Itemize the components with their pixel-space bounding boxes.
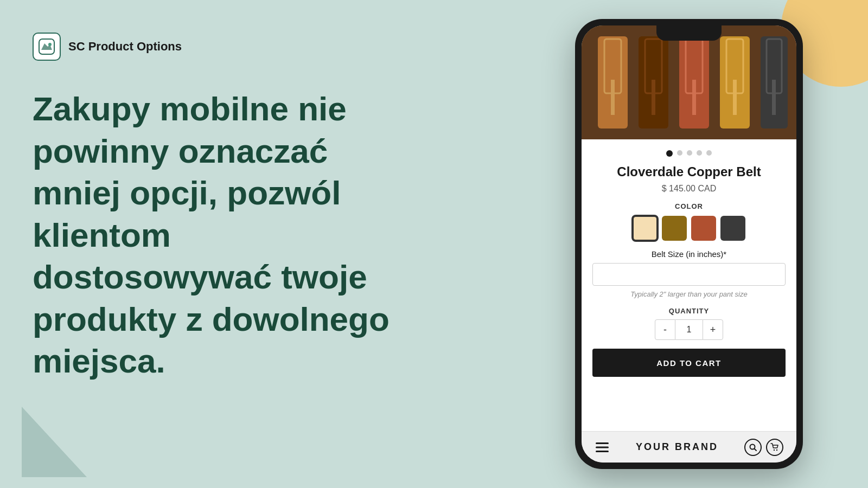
svg-rect-15 — [733, 80, 737, 115]
headline-text: Zakupy mobilne nie powinny oznaczać mnie… — [33, 88, 412, 382]
deco-triangle — [22, 407, 87, 477]
logo-text: SC Product Options — [68, 40, 182, 54]
svg-rect-12 — [692, 80, 696, 115]
belts-visual — [582, 25, 796, 139]
svg-line-23 — [754, 448, 756, 451]
cart-icon[interactable] — [766, 439, 783, 456]
bottom-nav: YOUR BRAND — [582, 431, 796, 463]
logo-row: SC Product Options — [33, 33, 412, 61]
phone-mockup: Cloverdale Copper Belt $ 145.00 CAD COLO… — [575, 19, 803, 469]
left-panel: SC Product Options Zakupy mobilne nie po… — [33, 33, 412, 382]
dot-4[interactable] — [697, 150, 702, 156]
swatch-tan[interactable] — [662, 216, 687, 241]
search-icon[interactable] — [744, 439, 762, 456]
product-image — [582, 25, 796, 139]
svg-rect-21 — [596, 451, 609, 452]
nav-icons-right — [744, 439, 783, 456]
dot-1[interactable] — [666, 150, 673, 157]
color-swatches — [592, 216, 786, 241]
quantity-label: QUANTITY — [592, 307, 786, 315]
color-label: COLOR — [592, 202, 786, 210]
quantity-minus-button[interactable]: - — [655, 319, 675, 340]
svg-point-24 — [774, 449, 775, 450]
dot-5[interactable] — [706, 150, 712, 156]
logo-icon — [33, 33, 61, 61]
dot-3[interactable] — [687, 150, 692, 156]
quantity-row: - 1 + — [592, 319, 786, 340]
swatch-rust[interactable] — [691, 216, 716, 241]
belt-size-label: Belt Size (in inches)* — [592, 249, 786, 259]
svg-rect-20 — [596, 446, 609, 448]
svg-rect-19 — [596, 442, 609, 444]
swatch-dark[interactable] — [720, 216, 745, 241]
add-to-cart-button[interactable]: ADD TO CART — [592, 349, 786, 377]
product-title: Cloverdale Copper Belt — [592, 164, 786, 179]
svg-point-25 — [776, 449, 777, 450]
svg-rect-18 — [772, 80, 776, 115]
phone-notch — [656, 25, 722, 41]
quantity-plus-button[interactable]: + — [703, 319, 723, 340]
hamburger-menu-icon[interactable] — [595, 440, 610, 455]
svg-rect-6 — [611, 80, 615, 115]
phone-panel: Cloverdale Copper Belt $ 145.00 CAD COLO… — [564, 16, 814, 472]
image-dots — [592, 150, 786, 157]
svg-point-1 — [48, 43, 52, 46]
brand-name: YOUR BRAND — [636, 441, 718, 453]
svg-rect-9 — [652, 80, 655, 115]
dot-2[interactable] — [677, 150, 682, 156]
quantity-value: 1 — [675, 319, 703, 340]
phone-screen: Cloverdale Copper Belt $ 145.00 CAD COLO… — [582, 25, 796, 463]
product-price: $ 145.00 CAD — [592, 184, 786, 194]
belt-size-input[interactable] — [592, 263, 786, 286]
product-details: Cloverdale Copper Belt $ 145.00 CAD COLO… — [582, 139, 796, 431]
swatch-cream[interactable] — [633, 216, 658, 241]
belt-size-hint: Typically 2" larger than your pant size — [592, 290, 786, 298]
